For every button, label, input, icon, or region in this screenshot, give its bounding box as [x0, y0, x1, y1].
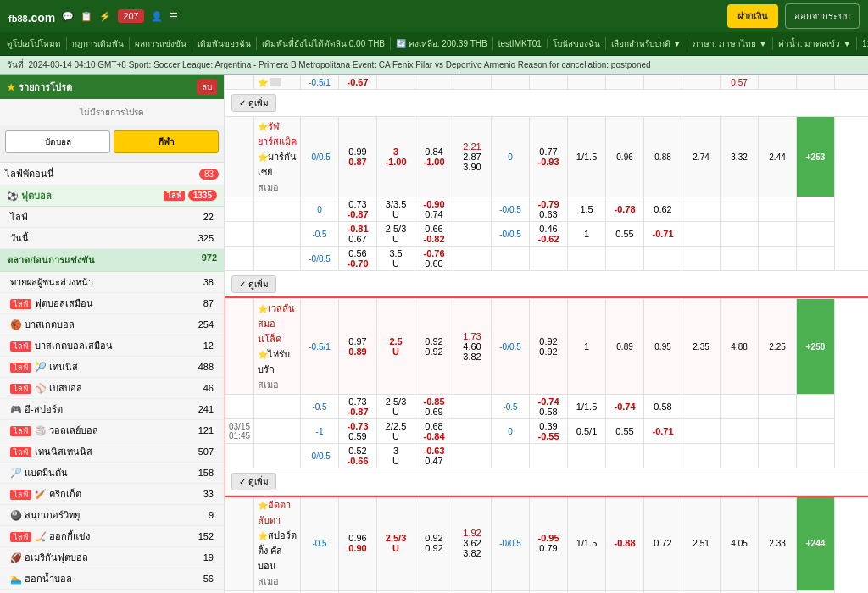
ou-cell-1[interactable]	[415, 75, 453, 90]
sport-item-esports[interactable]: 🎮 อี-สปอร์ต 241	[0, 399, 224, 420]
odds-1a[interactable]: 0.990.87	[339, 117, 377, 197]
header-icons: 💬 📋 ⚡ 207 👤 ☰	[62, 9, 177, 23]
spread-2a: 1/1.5	[568, 117, 606, 197]
football-today-item[interactable]: วันนี้ 325	[0, 228, 224, 249]
favorites-header: ★รายการโปรด ลบ	[0, 75, 224, 99]
expand-button-hl[interactable]: ✓ ดูเพิ่ม	[231, 473, 276, 490]
ou-cell-2[interactable]	[453, 75, 492, 90]
odds-type-item[interactable]: ค่าน้ำ: มาตลเข้ว ▼	[778, 37, 857, 50]
sport-item-mma[interactable]: 🥊 เอ็มเอ็มเอ 53	[0, 590, 224, 593]
sport-item-american-football[interactable]: 🏈 อเมริกันฟุตบอล 19	[0, 547, 224, 568]
match-time	[225, 75, 254, 90]
odds2-cell[interactable]	[568, 75, 606, 90]
sport-item-hockey[interactable]: ไลฟ์🏒 ฮอกกี้แข่ง 152	[0, 526, 224, 547]
highlight-total: 1.73 4.60 3.82	[453, 298, 492, 395]
deposit-button[interactable]: ฝากเงิน	[727, 4, 778, 28]
sub-row-2: -0.5 -0.810.67 2.5/3U 0.66-0.82 -0/0.5 0…	[225, 222, 869, 247]
info-bar: วันที่: 2024-03-14 04:10 GMT+8 Sport: So…	[0, 56, 868, 75]
hl-sub-row-2: 03/15 01:45 -1 -0.730.59 2/2.5U 0.68-0.8…	[225, 419, 869, 444]
hdp-2a: 0	[492, 117, 530, 197]
sport-item-table-tennis[interactable]: ไลฟ์เทนนิสเทนนิส 507	[0, 441, 224, 463]
predict-item[interactable]: ทายผลผู้ชนะล่วงหน้า 38	[0, 272, 224, 293]
spread2-cell	[606, 75, 644, 90]
highlight-teams: ⭐เวสลันสมอนโล็ค ⭐ไห่รับบรัก สเมอ	[254, 298, 301, 395]
highlight-odds1[interactable]: 0.970.89	[339, 298, 377, 395]
sub-item-3[interactable]: ผลการแข่งขัน	[135, 37, 192, 50]
sub-item-2[interactable]: กฎการเดิมพัน	[72, 37, 130, 50]
football-live-item[interactable]: ไลฟ์ 22	[0, 207, 224, 228]
team-names: ⭐	[254, 75, 301, 90]
parlay-label: ไลฟ์พัดอนนี่	[5, 166, 54, 181]
betting-table: ⭐ -0.5/1 -0.67 0.57	[225, 75, 868, 593]
sport-item-virtual-football[interactable]: ไลฟ์ฟุตบอลเสมือน 87	[0, 293, 224, 314]
sport-item-waterpolo[interactable]: 🏊 ฮอกน้ำบอล 56	[0, 568, 224, 590]
highlight-score: 2.5U	[377, 298, 415, 395]
odds-2a[interactable]: 0.77-0.93	[530, 117, 568, 197]
hdp2-cell	[530, 75, 568, 90]
today-count: 325	[198, 233, 214, 243]
logo: fb88.com	[8, 5, 55, 27]
logout-button[interactable]: ออกจากระบบ	[785, 3, 860, 29]
menu-icon: ☰	[170, 11, 178, 22]
pre-match-header: ตลาดก่อนการแข่งขัน 972	[0, 249, 224, 272]
sport-item-cricket[interactable]: ไลฟ์🏏 คริกเก็ต 33	[0, 484, 224, 505]
predict-label: ทายผลผู้ชนะล่วงหน้า	[10, 274, 93, 290]
section-3: ⭐อีดตาลับดา ⭐สปอร์ตติ้ง คัสบอน สเมอ -0.5…	[225, 496, 869, 594]
team-cell-2: ⭐รัฬยาร์สแม็ค ⭐มาร์กันเซย่ สเมอ	[254, 117, 301, 197]
highlight-ou1[interactable]: 0.920.92	[415, 298, 453, 395]
no-items-label: ไม่มีรายการโปรด	[0, 99, 224, 125]
team-cell-3: ⭐อีดตาลับดา ⭐สปอร์ตติ้ง คัสบอน สเมอ	[254, 496, 301, 591]
ou-3a[interactable]: 0.96	[606, 117, 644, 197]
sport-item-badminton[interactable]: 🏸 แบดมินตัน 158	[0, 463, 224, 484]
sport-item-baseball[interactable]: ไลฟ์⚾ เบสบอล 46	[0, 378, 224, 399]
highlight-ou4[interactable]: 0.95	[644, 298, 682, 395]
sidebar: ★รายการโปรด ลบ ไม่มีรายการโปรด บัดบอล กี…	[0, 75, 225, 593]
settings-item[interactable]: เลือกสำหรับปกติ ▼	[611, 37, 687, 50]
sub-row-1: 0 0.73-0.87 3/3.5U -0.900.74 -0/0.5 -0.7…	[225, 197, 869, 222]
sports-button[interactable]: กีฬา	[114, 130, 219, 153]
sport-item-volleyball[interactable]: ไลฟ์🏐 วอลเลย์บอล 121	[0, 420, 224, 441]
highlight-odds2[interactable]: 0.920.92	[530, 298, 568, 395]
ou4-cell[interactable]	[682, 75, 721, 90]
user-icon: 💬	[62, 11, 74, 22]
delete-button[interactable]: ลบ	[197, 79, 217, 95]
top-header: fb88.com 💬 📋 ⚡ 207 👤 ☰ ฝากเงิน ออกจากระบ…	[0, 0, 868, 32]
sport-item-tennis[interactable]: ไลฟ์🎾 เทนนิส 488	[0, 357, 224, 378]
expand-button[interactable]: ✓ ดูเพิ่ม	[231, 94, 276, 112]
sport-item-snooker[interactable]: 🎱 สนุกเกอร์วิทยุ 9	[0, 505, 224, 526]
highlight-ou3[interactable]: 0.89	[606, 298, 644, 395]
highlight-hdp2: -0/0.5	[492, 298, 530, 395]
time-display: 11:29:48 GMT+8:00	[862, 39, 868, 48]
expand-button-2[interactable]: ✓ ดูเพิ่ม	[231, 275, 276, 293]
balance-display: 🔄 คงเหลือ: 200.39 THB	[396, 37, 493, 50]
highlight-plus: +250	[797, 298, 835, 395]
sub-item-5: เดิมพันที่ยังไม่ได้ตัดสิน 0.00 THB	[262, 37, 391, 50]
hl-sub-row-1: -0.5 0.73-0.87 2.5/3U -0.850.69 -0.5 -0.…	[225, 395, 869, 419]
ou-1a[interactable]: 0.84-1.00	[415, 117, 453, 197]
sport-item-virtual-basketball[interactable]: ไลฟ์บาสเกตบอลเสมือน 12	[0, 335, 224, 357]
hl-expand-row: ✓ ดูเพิ่ม	[225, 468, 869, 496]
result3-cell	[797, 75, 835, 90]
parlay-row: ไลฟ์พัดอนนี่ 83	[0, 163, 224, 186]
result2-cell	[759, 75, 797, 90]
sub-item-1[interactable]: ดูโปเอโปโหมด	[7, 37, 67, 50]
bonus-item[interactable]: โบนัสของฉัน	[553, 37, 606, 50]
language-item[interactable]: ภาษา: ภาษาไทย ▼	[693, 37, 773, 50]
match-row-3: ⭐อีดตาลับดา ⭐สปอร์ตติ้ง คัสบอน สเมอ -0.5…	[225, 496, 869, 591]
result-2a: 3.32	[721, 117, 759, 197]
member-button[interactable]: บัดบอล	[5, 130, 110, 153]
total-display: 2.21 2.87 3.90	[453, 117, 492, 197]
match-time-2	[225, 117, 254, 197]
sub-item-4[interactable]: เดิมพันของฉัน	[198, 37, 257, 50]
ou3-cell[interactable]	[644, 75, 682, 90]
highlight-r3: 2.25	[759, 298, 797, 395]
football-live-count: 22	[203, 212, 214, 222]
parlay-count: 83	[199, 169, 219, 180]
highlight-r1: 2.35	[682, 298, 721, 395]
total-cell	[492, 75, 530, 90]
handicap-cell: -0.5/1	[301, 75, 339, 90]
sport-item-basketball[interactable]: 🏀 บาสเกตบอล 254	[0, 314, 224, 335]
result-1a: 2.74	[682, 117, 721, 197]
odds-cell-1[interactable]: -0.67	[339, 75, 377, 90]
ou-4a[interactable]: 0.88	[644, 117, 682, 197]
